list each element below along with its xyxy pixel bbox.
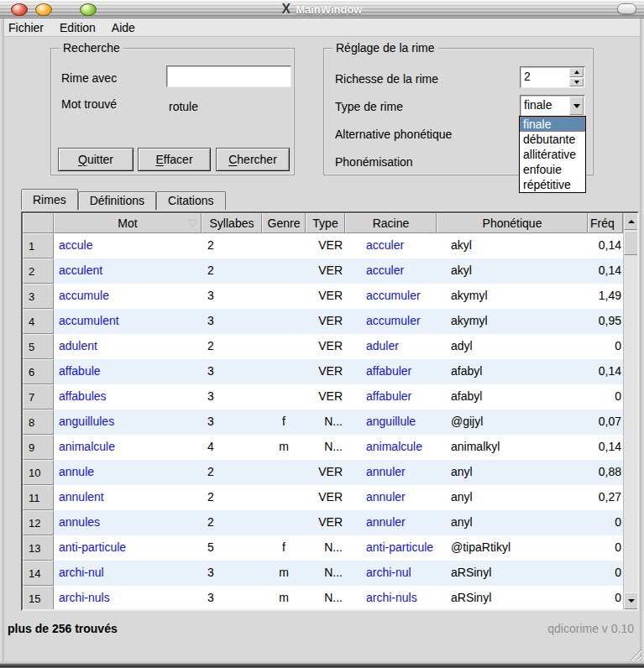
cell-freq: 0,14	[588, 233, 623, 258]
richesse-label: Richesse de la rime	[335, 72, 438, 86]
effacer-button[interactable]: Effacer	[138, 148, 211, 171]
row-number-cell[interactable]: 3	[23, 284, 54, 309]
tab-citations[interactable]: Citations	[156, 191, 225, 210]
dropdown-option[interactable]: répétitive	[520, 177, 585, 192]
row-number-cell[interactable]: 11	[23, 485, 54, 510]
title-bar[interactable]: X MainWindow	[0, 0, 644, 18]
scroll-down-button[interactable]	[624, 592, 637, 609]
table-row[interactable]: 11 annulent 2 VER annuler anyl 0,27	[23, 485, 623, 510]
cell-racine: anti-particule	[345, 535, 437, 561]
spin-down-button[interactable]	[569, 78, 584, 87]
table-row[interactable]: 7 affabules 3 VER affabuler afabyl 0	[23, 384, 623, 410]
table-row[interactable]: 6 affabule 3 VER affabuler afabyl 0,14	[23, 359, 623, 384]
table-row[interactable]: 4 accumulent 3 VER accumuler akymyl 0,95	[23, 309, 623, 334]
header-phonetique[interactable]: Phonétique	[437, 213, 588, 233]
cell-phonetique: aRSinyl	[437, 586, 588, 609]
table-row[interactable]: 1 accule 2 VER acculer akyl 0,14	[23, 233, 623, 258]
cell-freq: 0	[588, 510, 623, 535]
row-number-cell[interactable]: 6	[23, 359, 54, 384]
table-row[interactable]: 13 anti-particule 5 f N... anti-particul…	[23, 535, 623, 561]
recherche-group: Recherche Rime avec Mot trouvé rotule Qu…	[50, 48, 295, 175]
cell-type: VER	[306, 485, 345, 510]
table-row[interactable]: 14 archi-nul 3 m N... archi-nul aRSinyl …	[23, 561, 623, 586]
cell-racine: archi-nul	[345, 561, 437, 586]
table-row[interactable]: 10 annule 2 VER annuler anyl 0,88	[23, 460, 623, 485]
chercher-button[interactable]: Chercher	[216, 148, 290, 171]
scrollbar-track[interactable]	[623, 213, 637, 609]
row-number-cell[interactable]: 14	[23, 561, 54, 586]
table-row[interactable]: 5 adulent 2 VER aduler adyl 0	[23, 334, 623, 359]
cell-syllabes: 2	[202, 460, 262, 485]
richesse-spinbox[interactable]: 2	[520, 66, 585, 88]
row-number-cell[interactable]: 12	[23, 510, 54, 535]
main-window: X MainWindow Fichier Edition Aide Recher…	[0, 0, 644, 668]
cell-freq: 0,07	[588, 410, 623, 435]
row-number-cell[interactable]: 15	[23, 586, 54, 609]
cell-freq: 0	[588, 535, 623, 561]
resize-grip[interactable]	[628, 647, 641, 660]
cell-type: N...	[306, 435, 345, 460]
cell-freq: 1,49	[588, 284, 623, 309]
type-rime-combobox[interactable]: finale	[520, 95, 585, 117]
rime-avec-input[interactable]	[166, 65, 291, 87]
reglage-group-title: Réglage de la rime	[332, 41, 438, 55]
toolbar-pill-button[interactable]	[617, 3, 636, 14]
cell-genre	[262, 309, 306, 334]
table-row[interactable]: 2 acculent 2 VER acculer akyl 0,14	[23, 258, 623, 284]
table-row[interactable]: 12 annules 2 VER annuler anyl 0	[23, 510, 623, 535]
header-freq[interactable]: Fréq	[588, 213, 623, 233]
dropdown-option[interactable]: enfouie	[520, 162, 585, 177]
cell-mot: accule	[54, 233, 202, 258]
table-row[interactable]: 9 animalcule 4 m N... animalcule animalk…	[23, 435, 623, 460]
header-syllabes[interactable]: Syllabes	[202, 213, 262, 233]
cell-mot: annulent	[54, 485, 202, 510]
row-number-cell[interactable]: 5	[23, 334, 54, 359]
cell-racine: affabuler	[345, 359, 437, 384]
cell-freq: 0	[588, 384, 623, 410]
cell-syllabes: 2	[202, 510, 262, 535]
menu-edition[interactable]: Edition	[60, 21, 96, 34]
cell-genre	[262, 359, 306, 384]
row-number-cell[interactable]: 9	[23, 435, 54, 460]
spin-up-button[interactable]	[569, 68, 584, 77]
row-number-cell[interactable]: 1	[23, 233, 54, 258]
table-row[interactable]: 15 archi-nuls 3 m N... archi-nuls aRSiny…	[23, 586, 623, 609]
header-corner[interactable]	[23, 213, 54, 233]
quitter-button[interactable]: Quitter	[58, 148, 134, 171]
menu-fichier[interactable]: Fichier	[8, 21, 44, 34]
row-number-cell[interactable]: 2	[23, 258, 54, 284]
scroll-up-button[interactable]	[624, 213, 637, 230]
table-header: Mot ▽ Syllabes Genre Type Racine Phonéti…	[23, 213, 637, 233]
cell-mot: accumule	[54, 284, 202, 309]
row-number-cell[interactable]: 4	[23, 309, 54, 334]
dropdown-option[interactable]: allitérative	[520, 147, 585, 162]
cell-genre: m	[262, 435, 306, 460]
sort-descending-icon[interactable]: ▽	[188, 214, 196, 232]
dropdown-option[interactable]: finale	[520, 117, 585, 132]
window-bottom-edge	[0, 661, 644, 668]
row-number-cell[interactable]: 7	[23, 384, 54, 410]
tab-definitions[interactable]: Définitions	[78, 191, 156, 210]
table-row[interactable]: 8 anguillules 3 f N... anguillule @gijyl…	[23, 410, 623, 435]
cell-syllabes: 3	[202, 410, 262, 435]
cell-syllabes: 2	[202, 233, 262, 258]
rime-avec-label: Rime avec	[61, 71, 117, 85]
cell-phonetique: anyl	[437, 460, 588, 485]
dropdown-option[interactable]: débutante	[520, 132, 585, 147]
cell-type: VER	[306, 284, 345, 309]
header-genre[interactable]: Genre	[262, 213, 306, 233]
cell-type: N...	[306, 535, 345, 561]
row-number-cell[interactable]: 13	[23, 535, 54, 561]
window-title: MainWindow	[296, 3, 362, 16]
row-number-cell[interactable]: 8	[23, 410, 54, 435]
menu-aide[interactable]: Aide	[112, 21, 135, 34]
header-racine[interactable]: Racine	[345, 213, 437, 233]
scrollbar-thumb[interactable]	[624, 231, 637, 255]
header-type[interactable]: Type	[306, 213, 345, 233]
header-mot[interactable]: Mot ▽	[54, 213, 202, 233]
tab-rimes[interactable]: Rimes	[21, 189, 78, 210]
combo-arrow-button[interactable]	[569, 97, 584, 115]
spin-down-icon	[574, 81, 579, 84]
table-row[interactable]: 3 accumule 3 VER accumuler akymyl 1,49	[23, 284, 623, 309]
row-number-cell[interactable]: 10	[23, 460, 54, 485]
